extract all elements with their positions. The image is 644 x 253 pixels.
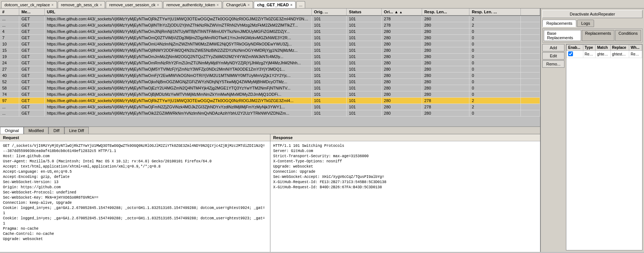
col-match[interactable]: Match bbox=[596, 45, 610, 51]
sub-tab-conditions[interactable]: Conditions bbox=[615, 30, 641, 41]
tab-dotcom-user[interactable]: dotcom_user_ck_replace × bbox=[1, 1, 57, 8]
cell-ori2: 278 bbox=[381, 16, 422, 22]
cell-num: 74 bbox=[0, 91, 19, 98]
cell-num: 7 bbox=[0, 35, 19, 41]
cell-small bbox=[521, 72, 540, 79]
cell-status: 101 bbox=[347, 28, 382, 35]
table-row[interactable]: ... GET https://live.github.com:443/_soc… bbox=[0, 110, 540, 117]
tab-linediff[interactable]: Line Diff bbox=[64, 127, 89, 134]
cell-status: 101 bbox=[347, 79, 382, 85]
cell-method: GET bbox=[19, 47, 45, 54]
cell-method: GET bbox=[19, 110, 45, 117]
response-content[interactable]: HTTP/1.1 101 Switching Protocols Server:… bbox=[270, 141, 540, 252]
col-header-num[interactable]: # bbox=[0, 9, 19, 16]
tab-diff[interactable]: Diff bbox=[48, 127, 64, 134]
cell-num: ... bbox=[0, 22, 19, 28]
bottom-tabs: Original Modified Diff Line Diff bbox=[0, 127, 540, 134]
col-header-orig[interactable]: Orig. ... bbox=[311, 9, 347, 16]
cell-url: https://live.github.com:443/_sockets/VjI… bbox=[44, 79, 311, 85]
col-wh[interactable]: Wh... bbox=[629, 45, 642, 51]
cell-resplen: 280 bbox=[422, 66, 469, 72]
cell-method: GET bbox=[19, 28, 45, 35]
table-row[interactable]: ... GET https://live.github.com:443/_soc… bbox=[0, 22, 540, 28]
table-row[interactable]: 52 GET https://live.github.com:443/_sock… bbox=[0, 79, 540, 85]
col-enabled[interactable]: Enab... bbox=[567, 45, 583, 51]
close-icon[interactable]: × bbox=[290, 3, 293, 7]
cell-ori2: 280 bbox=[381, 104, 422, 110]
cell-method: GET bbox=[19, 104, 45, 110]
edit-button[interactable]: Edit bbox=[542, 52, 564, 60]
deactivate-button[interactable]: Deactivate AutoRepeater bbox=[542, 10, 643, 18]
col-header-resplen2[interactable]: Resp. Len. ... bbox=[469, 9, 521, 16]
cell-orig: 101 bbox=[311, 47, 347, 54]
response-panel: Response HTTP/1.1 101 Switching Protocol… bbox=[270, 134, 540, 252]
cell-num: 10 bbox=[0, 41, 19, 47]
request-table[interactable]: # Me... URL Orig. ... Status Ori... ▲ Re… bbox=[0, 9, 540, 127]
cell-small bbox=[521, 35, 540, 41]
tab-modified[interactable]: Modified bbox=[24, 127, 49, 134]
col-type[interactable]: Type bbox=[583, 45, 596, 51]
cell-url: https://live.github.com:443/_sockets/VjI… bbox=[44, 85, 311, 91]
remove-button[interactable]: Remo... bbox=[542, 60, 564, 68]
tab-logs[interactable]: Logs bbox=[577, 20, 594, 27]
close-icon[interactable]: × bbox=[157, 3, 159, 7]
add-button[interactable]: Add bbox=[542, 44, 564, 51]
cell-small bbox=[521, 79, 540, 85]
cell-resplen: 278 bbox=[422, 104, 469, 110]
col-replace[interactable]: Replace bbox=[610, 45, 629, 51]
tab-remove-user-session[interactable]: remove_user_session_ck × bbox=[106, 1, 162, 8]
cell-orig: 101 bbox=[311, 91, 347, 98]
cell-method: GET bbox=[19, 79, 45, 85]
table-row[interactable]: ... GET https://live.github.com:443/_soc… bbox=[0, 104, 540, 110]
table-row[interactable]: ... GET https://live.github.com:443/_soc… bbox=[0, 16, 540, 22]
cell-small bbox=[521, 104, 540, 110]
sub-tab-base-replacements[interactable]: Base Replacements bbox=[544, 30, 581, 41]
col-header-method[interactable]: Me... bbox=[19, 9, 45, 16]
col-header-resplen[interactable]: Resp. Len... bbox=[422, 9, 469, 16]
tab-original[interactable]: Original bbox=[0, 127, 24, 134]
tab-label: ChangeUA bbox=[226, 3, 246, 7]
tab-chg-get-head[interactable]: chg_GET_HEAD × bbox=[254, 1, 296, 8]
cell-enabled[interactable] bbox=[567, 51, 583, 58]
close-icon[interactable]: × bbox=[100, 3, 102, 7]
table-row[interactable]: 4 GET https://live.github.com:443/_socke… bbox=[0, 28, 540, 35]
table-row[interactable]: 58 GET https://live.github.com:443/_sock… bbox=[0, 85, 540, 91]
table-row[interactable]: 24 GET https://live.github.com:443/_sock… bbox=[0, 60, 540, 66]
cell-ori2: 278 bbox=[381, 22, 422, 28]
close-icon[interactable]: × bbox=[51, 3, 54, 7]
cell-status: 101 bbox=[347, 98, 382, 104]
replacement-row[interactable]: Request St... ghtest9924 ghtest9923 Rep.… bbox=[567, 51, 642, 58]
cell-ori2: 280 bbox=[381, 47, 422, 54]
cell-status: 101 bbox=[347, 85, 382, 91]
col-header-ori2[interactable]: Ori... ▲ bbox=[381, 9, 422, 16]
col-header-status[interactable]: Status bbox=[347, 9, 382, 16]
sub-tab-replacements[interactable]: Replacements bbox=[582, 30, 614, 41]
close-icon[interactable]: × bbox=[247, 3, 250, 7]
col-header-small[interactable] bbox=[521, 9, 540, 16]
enabled-checkbox[interactable] bbox=[568, 51, 573, 56]
request-content[interactable]: GET /_sockets/VjI6MzYyMjEyNTlwOjRkZTYwYj… bbox=[0, 141, 270, 252]
tab-remove-authenticity[interactable]: remove_authenticity_token × bbox=[163, 1, 222, 8]
cell-method: GET bbox=[19, 91, 45, 98]
tab-changeua[interactable]: ChangeUA × bbox=[223, 1, 253, 8]
response-header: Response bbox=[270, 134, 540, 141]
cell-orig: 101 bbox=[311, 104, 347, 110]
req-resp-container: Request GET /_sockets/VjI6MzYyMjEyNTlwOj… bbox=[0, 134, 540, 252]
replacements-table: Enab... Type Match Replace Wh... Request… bbox=[566, 44, 643, 250]
table-row[interactable]: 97 GET https://live.github.com:443/_sock… bbox=[0, 98, 540, 104]
more-label: ... bbox=[299, 3, 302, 7]
tab-replacements[interactable]: Replacements bbox=[542, 20, 576, 27]
cell-resplen: 280 bbox=[422, 85, 469, 91]
table-row[interactable]: 74 GET https://live.github.com:443/_sock… bbox=[0, 91, 540, 98]
col-header-url[interactable]: URL bbox=[44, 9, 311, 16]
table-row[interactable]: 40 GET https://live.github.com:443/_sock… bbox=[0, 72, 540, 79]
table-row[interactable]: 27 GET https://live.github.com:443/_sock… bbox=[0, 66, 540, 72]
close-icon[interactable]: × bbox=[217, 3, 219, 7]
table-row[interactable]: 7 GET https://live.github.com:443/_socke… bbox=[0, 35, 540, 41]
table-row[interactable]: 10 GET https://live.github.com:443/_sock… bbox=[0, 41, 540, 47]
tab-more[interactable]: ... bbox=[296, 1, 305, 8]
tab-remove-gh-sess[interactable]: remove_gh_sess_ck × bbox=[58, 1, 105, 8]
table-row[interactable]: 19 GET https://live.github.com:443/_sock… bbox=[0, 54, 540, 60]
table-row[interactable]: 15 GET https://live.github.com:443/_sock… bbox=[0, 47, 540, 54]
cell-resplen2: 0 bbox=[469, 54, 521, 60]
